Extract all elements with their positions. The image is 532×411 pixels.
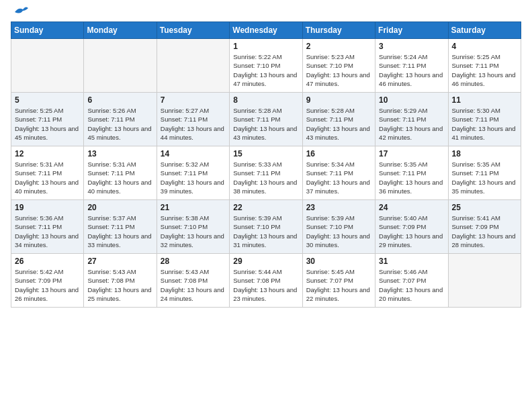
calendar-cell: 8Sunrise: 5:28 AM Sunset: 7:11 PM Daylig… [230,93,302,146]
day-info: Sunrise: 5:25 AM Sunset: 7:11 PM Dayligh… [452,52,517,88]
weekday-header-thursday: Thursday [302,22,375,39]
day-number: 18 [452,149,517,158]
day-info: Sunrise: 5:35 AM Sunset: 7:11 PM Dayligh… [379,160,444,195]
day-number: 31 [379,257,444,266]
day-number: 14 [161,149,226,158]
day-info: Sunrise: 5:38 AM Sunset: 7:10 PM Dayligh… [161,214,226,249]
calendar-cell: 7Sunrise: 5:27 AM Sunset: 7:11 PM Daylig… [157,93,229,146]
day-info: Sunrise: 5:30 AM Sunset: 7:11 PM Dayligh… [452,106,517,142]
calendar-cell [84,39,157,93]
day-number: 24 [379,203,444,212]
calendar-cell: 24Sunrise: 5:40 AM Sunset: 7:09 PM Dayli… [375,200,448,254]
day-info: Sunrise: 5:26 AM Sunset: 7:11 PM Dayligh… [87,106,152,142]
day-info: Sunrise: 5:45 AM Sunset: 7:07 PM Dayligh… [306,267,371,303]
logo-bird-icon [13,5,28,16]
day-number: 5 [15,95,80,105]
day-number: 29 [233,257,298,266]
day-number: 15 [233,149,298,158]
calendar-cell: 31Sunrise: 5:46 AM Sunset: 7:07 PM Dayli… [375,254,448,308]
day-number: 17 [379,149,444,158]
day-number: 13 [87,149,152,158]
calendar-cell: 12Sunrise: 5:31 AM Sunset: 7:11 PM Dayli… [11,146,84,200]
calendar-cell: 25Sunrise: 5:41 AM Sunset: 7:09 PM Dayli… [448,200,521,254]
day-number: 6 [87,95,152,105]
calendar-cell: 23Sunrise: 5:39 AM Sunset: 7:10 PM Dayli… [302,200,375,254]
weekday-header-tuesday: Tuesday [157,22,229,39]
day-number: 22 [233,203,298,212]
calendar-cell: 11Sunrise: 5:30 AM Sunset: 7:11 PM Dayli… [448,93,521,146]
day-info: Sunrise: 5:35 AM Sunset: 7:11 PM Dayligh… [452,160,517,195]
calendar-cell: 1Sunrise: 5:22 AM Sunset: 7:10 PM Daylig… [230,39,302,93]
weekday-header-monday: Monday [84,22,157,39]
day-info: Sunrise: 5:37 AM Sunset: 7:11 PM Dayligh… [87,214,152,249]
calendar-cell [448,254,521,308]
logo [11,11,28,16]
day-info: Sunrise: 5:32 AM Sunset: 7:11 PM Dayligh… [161,160,226,195]
calendar-cell [157,39,229,93]
day-info: Sunrise: 5:23 AM Sunset: 7:10 PM Dayligh… [306,52,371,88]
day-info: Sunrise: 5:29 AM Sunset: 7:11 PM Dayligh… [379,106,444,142]
calendar-cell: 20Sunrise: 5:37 AM Sunset: 7:11 PM Dayli… [84,200,157,254]
calendar-cell: 19Sunrise: 5:36 AM Sunset: 7:11 PM Dayli… [11,200,84,254]
calendar-cell: 22Sunrise: 5:39 AM Sunset: 7:10 PM Dayli… [230,200,302,254]
day-info: Sunrise: 5:25 AM Sunset: 7:11 PM Dayligh… [15,106,80,142]
day-number: 9 [306,95,371,105]
calendar-cell [11,39,84,93]
calendar-cell: 21Sunrise: 5:38 AM Sunset: 7:10 PM Dayli… [157,200,229,254]
week-row-4: 19Sunrise: 5:36 AM Sunset: 7:11 PM Dayli… [11,200,521,254]
calendar-table: SundayMondayTuesdayWednesdayThursdayFrid… [11,21,521,308]
day-number: 30 [306,257,371,266]
day-number: 8 [233,95,298,105]
weekday-header-row: SundayMondayTuesdayWednesdayThursdayFrid… [11,22,521,39]
day-number: 26 [15,257,80,266]
day-info: Sunrise: 5:28 AM Sunset: 7:11 PM Dayligh… [233,106,298,142]
day-info: Sunrise: 5:31 AM Sunset: 7:11 PM Dayligh… [15,160,80,195]
day-number: 27 [87,257,152,266]
day-info: Sunrise: 5:39 AM Sunset: 7:10 PM Dayligh… [306,214,371,249]
day-number: 4 [452,42,517,51]
day-info: Sunrise: 5:40 AM Sunset: 7:09 PM Dayligh… [379,214,444,249]
day-number: 3 [379,42,444,51]
weekday-header-wednesday: Wednesday [230,22,302,39]
weekday-header-sunday: Sunday [11,22,84,39]
calendar-cell: 2Sunrise: 5:23 AM Sunset: 7:10 PM Daylig… [302,39,375,93]
day-info: Sunrise: 5:27 AM Sunset: 7:11 PM Dayligh… [161,106,226,142]
week-row-2: 5Sunrise: 5:25 AM Sunset: 7:11 PM Daylig… [11,93,521,146]
day-number: 16 [306,149,371,158]
calendar-cell: 5Sunrise: 5:25 AM Sunset: 7:11 PM Daylig… [11,93,84,146]
day-info: Sunrise: 5:36 AM Sunset: 7:11 PM Dayligh… [15,214,80,249]
calendar-cell: 30Sunrise: 5:45 AM Sunset: 7:07 PM Dayli… [302,254,375,308]
calendar-cell: 18Sunrise: 5:35 AM Sunset: 7:11 PM Dayli… [448,146,521,200]
day-info: Sunrise: 5:43 AM Sunset: 7:08 PM Dayligh… [87,267,152,303]
day-info: Sunrise: 5:39 AM Sunset: 7:10 PM Dayligh… [233,214,298,249]
calendar-cell: 6Sunrise: 5:26 AM Sunset: 7:11 PM Daylig… [84,93,157,146]
day-info: Sunrise: 5:34 AM Sunset: 7:11 PM Dayligh… [306,160,371,195]
day-info: Sunrise: 5:43 AM Sunset: 7:08 PM Dayligh… [161,267,226,303]
week-row-5: 26Sunrise: 5:42 AM Sunset: 7:09 PM Dayli… [11,254,521,308]
calendar-cell: 26Sunrise: 5:42 AM Sunset: 7:09 PM Dayli… [11,254,84,308]
weekday-header-saturday: Saturday [448,22,521,39]
weekday-header-friday: Friday [375,22,448,39]
week-row-3: 12Sunrise: 5:31 AM Sunset: 7:11 PM Dayli… [11,146,521,200]
day-number: 23 [306,203,371,212]
day-number: 25 [452,203,517,212]
day-number: 11 [452,95,517,105]
day-info: Sunrise: 5:31 AM Sunset: 7:11 PM Dayligh… [87,160,152,195]
day-info: Sunrise: 5:44 AM Sunset: 7:08 PM Dayligh… [233,267,298,303]
day-number: 19 [15,203,80,212]
calendar-cell: 13Sunrise: 5:31 AM Sunset: 7:11 PM Dayli… [84,146,157,200]
calendar-cell: 16Sunrise: 5:34 AM Sunset: 7:11 PM Dayli… [302,146,375,200]
day-info: Sunrise: 5:46 AM Sunset: 7:07 PM Dayligh… [379,267,444,303]
day-info: Sunrise: 5:33 AM Sunset: 7:11 PM Dayligh… [233,160,298,195]
day-number: 7 [161,95,226,105]
day-number: 10 [379,95,444,105]
calendar-cell: 15Sunrise: 5:33 AM Sunset: 7:11 PM Dayli… [230,146,302,200]
day-info: Sunrise: 5:28 AM Sunset: 7:11 PM Dayligh… [306,106,371,142]
calendar-cell: 28Sunrise: 5:43 AM Sunset: 7:08 PM Dayli… [157,254,229,308]
day-number: 1 [233,42,298,51]
day-info: Sunrise: 5:41 AM Sunset: 7:09 PM Dayligh… [452,214,517,249]
calendar-cell: 27Sunrise: 5:43 AM Sunset: 7:08 PM Dayli… [84,254,157,308]
calendar-cell: 14Sunrise: 5:32 AM Sunset: 7:11 PM Dayli… [157,146,229,200]
day-number: 12 [15,149,80,158]
calendar-cell: 4Sunrise: 5:25 AM Sunset: 7:11 PM Daylig… [448,39,521,93]
